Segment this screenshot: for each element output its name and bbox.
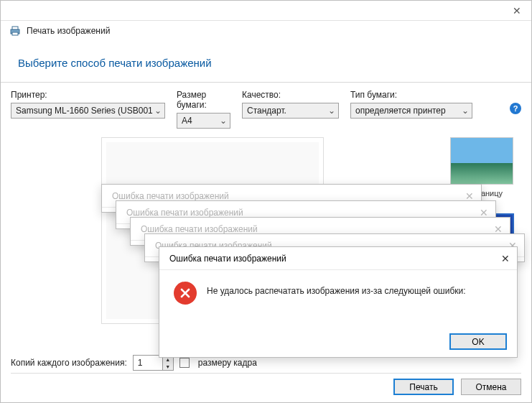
svg-rect-2: [12, 32, 18, 35]
paper-size-value: A4: [182, 116, 192, 126]
copies-value: 1: [134, 358, 162, 368]
printer-combobox[interactable]: Samsung ML-1660 Series (USB001 ⌄: [11, 103, 165, 119]
window-title: Печать изображений: [27, 26, 110, 36]
header-row: Печать изображений: [1, 21, 531, 44]
chevron-down-icon: ⌄: [328, 106, 335, 116]
paper-type-value: определяется принтер: [355, 106, 446, 116]
error-dialog: Ошибка печати изображений ✕ Не удалось р…: [159, 246, 518, 358]
paper-size-label: Размер бумаги:: [177, 90, 230, 110]
error-icon: [174, 282, 197, 305]
error-dialog-close-button[interactable]: ✕: [501, 253, 510, 264]
paper-size-combobox[interactable]: A4 ⌄: [177, 113, 230, 129]
print-pictures-window: ✕ Печать изображений Выберите способ печ…: [0, 0, 532, 403]
paper-type-label: Тип бумаги:: [350, 90, 472, 100]
error-dialog-titlebar: Ошибка печати изображений ✕: [159, 247, 517, 270]
printer-label: Принтер:: [11, 90, 165, 100]
layout-image-icon: [450, 137, 513, 185]
chevron-down-icon: ⌄: [220, 116, 227, 126]
print-options-row: Принтер: Samsung ML-1660 Series (USB001 …: [1, 83, 531, 133]
quality-combobox[interactable]: Стандарт. ⌄: [242, 103, 339, 119]
window-close-button[interactable]: ✕: [503, 1, 531, 21]
printer-icon: [9, 25, 21, 37]
error-dialog-title: Ошибка печати изображений: [169, 254, 286, 264]
quality-value: Стандарт.: [247, 106, 286, 116]
error-ok-button[interactable]: OK: [449, 333, 507, 350]
print-button[interactable]: Печать: [393, 379, 454, 395]
cancel-button[interactable]: Отмена: [461, 379, 521, 395]
dialog-button-bar: Печать Отмена: [393, 379, 521, 395]
fit-to-frame-label: размеру кадра: [198, 358, 257, 368]
paper-type-combobox[interactable]: определяется принтер ⌄: [350, 103, 472, 119]
quality-label: Качество:: [242, 90, 339, 100]
svg-rect-1: [12, 27, 18, 29]
error-message: Не удалось распечатать изображения из-за…: [207, 282, 466, 296]
divider: [11, 373, 521, 374]
copies-label: Копий каждого изображения:: [11, 358, 127, 368]
chevron-down-icon: ⌄: [154, 106, 162, 116]
chevron-down-icon: ⌄: [462, 106, 469, 116]
printer-value: Samsung ML-1660 Series (USB001: [16, 106, 153, 116]
instruction-text: Выберите способ печати изображений: [1, 44, 531, 83]
help-icon[interactable]: ?: [510, 103, 521, 114]
fit-checkbox[interactable]: [179, 358, 190, 368]
spinner-down-icon[interactable]: ▼: [163, 363, 173, 370]
titlebar: ✕: [1, 1, 531, 21]
